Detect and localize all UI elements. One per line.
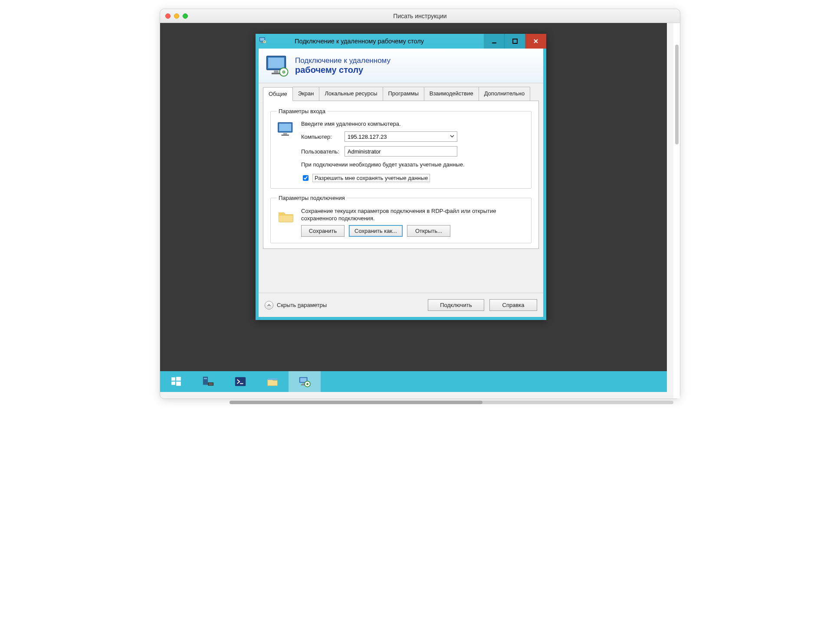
svg-rect-19: [176, 382, 181, 386]
rdp-titlebar[interactable]: Подключение к удаленному рабочему столу: [256, 34, 546, 49]
svg-rect-14: [283, 133, 287, 135]
taskbar: [160, 371, 667, 392]
taskbar-server-manager[interactable]: [192, 371, 224, 392]
monitor-small-icon: [277, 121, 295, 182]
monitor-icon: [266, 54, 290, 78]
computer-input[interactable]: [345, 131, 457, 142]
svg-rect-13: [279, 124, 291, 131]
tab-general[interactable]: Общие: [263, 87, 293, 101]
svg-rect-28: [300, 378, 307, 382]
folder-icon: [277, 207, 295, 237]
app-title-line2: рабочему столу: [295, 65, 390, 75]
horizontal-scrollbar[interactable]: [230, 401, 673, 404]
taskbar-powershell[interactable]: [224, 371, 256, 392]
tab-local[interactable]: Локальные ресурсы: [319, 87, 383, 101]
allow-save-label[interactable]: Разрешить мне сохранять учетные данные: [312, 174, 430, 182]
hide-options-link[interactable]: Скрыть параметры: [265, 301, 423, 310]
close-button[interactable]: [525, 34, 546, 49]
vm-screen: Подключение к удаленному рабочему столу: [160, 23, 667, 392]
tab-advanced[interactable]: Дополнительно: [479, 87, 531, 101]
svg-rect-9: [274, 70, 279, 72]
scrollbar-thumb[interactable]: [675, 45, 679, 144]
svg-rect-26: [268, 379, 278, 380]
tab-panel-general: Параметры входа: [263, 101, 539, 249]
connection-legend: Параметры подключения: [277, 195, 347, 201]
mac-titlebar: Писать инструкции: [160, 9, 680, 23]
svg-rect-18: [171, 382, 175, 385]
start-button[interactable]: [160, 371, 192, 392]
save-button[interactable]: Сохранить: [301, 225, 345, 237]
chevron-up-icon: [265, 301, 273, 310]
tab-programs[interactable]: Программы: [383, 87, 424, 101]
computer-label: Компьютер:: [301, 134, 345, 140]
tab-display[interactable]: Экран: [292, 87, 320, 101]
save-as-button[interactable]: Сохранить как...: [349, 225, 403, 237]
rdp-footer: Скрыть параметры Подключить Справка: [259, 293, 543, 317]
rdp-window[interactable]: Подключение к удаленному рабочему столу: [256, 34, 546, 320]
logon-group: Параметры входа: [270, 108, 532, 189]
rdp-window-title: Подключение к удаленному рабочему столу: [252, 38, 466, 45]
user-label: Пользователь:: [301, 148, 345, 155]
maximize-button[interactable]: [505, 34, 525, 49]
svg-rect-8: [268, 57, 284, 68]
host-window: Писать инструкции: [160, 9, 680, 399]
minimize-button[interactable]: [484, 34, 505, 49]
user-input[interactable]: [345, 146, 457, 157]
svg-rect-5: [492, 42, 496, 43]
svg-rect-16: [171, 377, 175, 381]
taskbar-rdp[interactable]: [289, 371, 321, 392]
help-button[interactable]: Справка: [489, 299, 537, 311]
mac-window-title: Писать инструкции: [160, 13, 680, 20]
connect-button[interactable]: Подключить: [428, 299, 484, 311]
allow-save-checkbox[interactable]: [303, 175, 308, 181]
connection-group: Параметры подключения: [270, 195, 532, 243]
logon-legend: Параметры входа: [277, 108, 327, 114]
tab-strip: Общие Экран Локальные ресурсы Программы …: [263, 87, 539, 101]
svg-rect-21: [204, 378, 207, 379]
logon-intro: Введите имя удаленного компьютера.: [301, 121, 525, 127]
svg-rect-17: [176, 377, 181, 381]
svg-rect-15: [282, 134, 289, 136]
svg-rect-23: [209, 383, 213, 385]
taskbar-explorer[interactable]: [256, 371, 289, 392]
app-title-line1: Подключение к удаленному: [295, 56, 390, 65]
svg-rect-25: [240, 383, 243, 384]
rdp-header: Подключение к удаленному рабочему столу: [259, 49, 543, 83]
svg-rect-24: [235, 377, 246, 386]
tab-experience[interactable]: Взаимодействие: [424, 87, 479, 101]
vertical-scrollbar[interactable]: [673, 23, 680, 398]
connection-text: Сохранение текущих параметров подключени…: [301, 207, 525, 222]
credentials-note: При подключении необходимо будет указать…: [301, 161, 525, 169]
svg-rect-29: [302, 383, 305, 385]
open-button[interactable]: Открыть...: [407, 225, 450, 237]
svg-rect-6: [513, 39, 517, 43]
